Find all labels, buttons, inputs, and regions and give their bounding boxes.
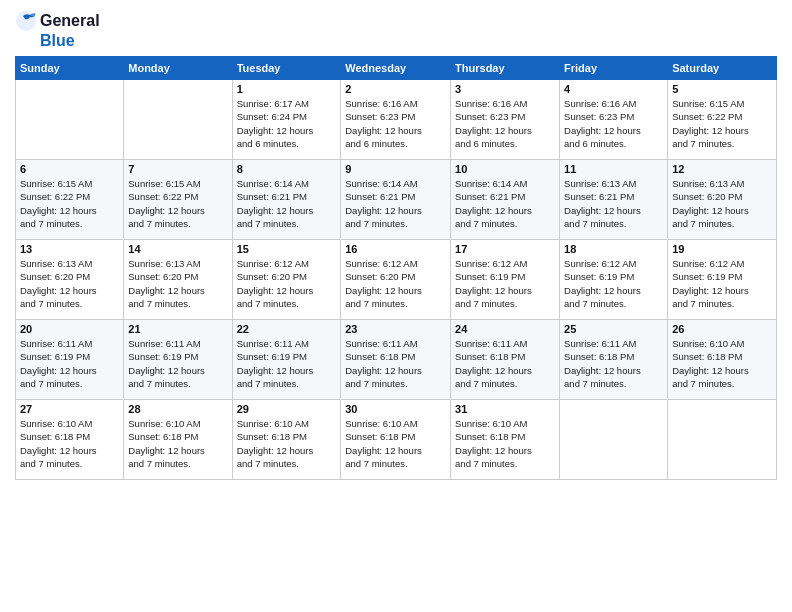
day-info: Sunrise: 6:13 AM Sunset: 6:21 PM Dayligh… [564, 177, 663, 230]
calendar-week-row: 20Sunrise: 6:11 AM Sunset: 6:19 PM Dayli… [16, 320, 777, 400]
calendar-cell [124, 80, 232, 160]
day-info: Sunrise: 6:12 AM Sunset: 6:19 PM Dayligh… [455, 257, 555, 310]
day-info: Sunrise: 6:11 AM Sunset: 6:18 PM Dayligh… [564, 337, 663, 390]
calendar-cell: 2Sunrise: 6:16 AM Sunset: 6:23 PM Daylig… [341, 80, 451, 160]
day-number: 10 [455, 163, 555, 175]
day-number: 28 [128, 403, 227, 415]
calendar-cell: 8Sunrise: 6:14 AM Sunset: 6:21 PM Daylig… [232, 160, 341, 240]
day-number: 25 [564, 323, 663, 335]
header: General Blue [15, 10, 777, 50]
weekday-header: Friday [560, 57, 668, 80]
day-number: 4 [564, 83, 663, 95]
day-info: Sunrise: 6:15 AM Sunset: 6:22 PM Dayligh… [128, 177, 227, 230]
day-number: 23 [345, 323, 446, 335]
calendar-cell: 13Sunrise: 6:13 AM Sunset: 6:20 PM Dayli… [16, 240, 124, 320]
day-info: Sunrise: 6:13 AM Sunset: 6:20 PM Dayligh… [128, 257, 227, 310]
weekday-header: Thursday [451, 57, 560, 80]
calendar-cell: 11Sunrise: 6:13 AM Sunset: 6:21 PM Dayli… [560, 160, 668, 240]
day-info: Sunrise: 6:11 AM Sunset: 6:18 PM Dayligh… [455, 337, 555, 390]
calendar-cell: 16Sunrise: 6:12 AM Sunset: 6:20 PM Dayli… [341, 240, 451, 320]
calendar-week-row: 13Sunrise: 6:13 AM Sunset: 6:20 PM Dayli… [16, 240, 777, 320]
calendar-cell: 15Sunrise: 6:12 AM Sunset: 6:20 PM Dayli… [232, 240, 341, 320]
weekday-header: Wednesday [341, 57, 451, 80]
day-number: 12 [672, 163, 772, 175]
logo-general: General [40, 12, 100, 30]
calendar-cell: 18Sunrise: 6:12 AM Sunset: 6:19 PM Dayli… [560, 240, 668, 320]
day-number: 6 [20, 163, 119, 175]
day-info: Sunrise: 6:10 AM Sunset: 6:18 PM Dayligh… [128, 417, 227, 470]
day-number: 29 [237, 403, 337, 415]
logo-box: General Blue [15, 10, 100, 50]
day-number: 21 [128, 323, 227, 335]
day-number: 31 [455, 403, 555, 415]
weekday-header: Tuesday [232, 57, 341, 80]
calendar-cell: 17Sunrise: 6:12 AM Sunset: 6:19 PM Dayli… [451, 240, 560, 320]
calendar-week-row: 6Sunrise: 6:15 AM Sunset: 6:22 PM Daylig… [16, 160, 777, 240]
calendar-header-row: SundayMondayTuesdayWednesdayThursdayFrid… [16, 57, 777, 80]
day-info: Sunrise: 6:10 AM Sunset: 6:18 PM Dayligh… [672, 337, 772, 390]
day-number: 13 [20, 243, 119, 255]
day-info: Sunrise: 6:14 AM Sunset: 6:21 PM Dayligh… [455, 177, 555, 230]
calendar-cell: 5Sunrise: 6:15 AM Sunset: 6:22 PM Daylig… [668, 80, 777, 160]
day-number: 26 [672, 323, 772, 335]
day-info: Sunrise: 6:15 AM Sunset: 6:22 PM Dayligh… [672, 97, 772, 150]
calendar-cell: 3Sunrise: 6:16 AM Sunset: 6:23 PM Daylig… [451, 80, 560, 160]
calendar-cell: 19Sunrise: 6:12 AM Sunset: 6:19 PM Dayli… [668, 240, 777, 320]
calendar-week-row: 27Sunrise: 6:10 AM Sunset: 6:18 PM Dayli… [16, 400, 777, 480]
day-info: Sunrise: 6:12 AM Sunset: 6:20 PM Dayligh… [237, 257, 337, 310]
day-number: 17 [455, 243, 555, 255]
day-info: Sunrise: 6:13 AM Sunset: 6:20 PM Dayligh… [672, 177, 772, 230]
day-info: Sunrise: 6:16 AM Sunset: 6:23 PM Dayligh… [564, 97, 663, 150]
day-info: Sunrise: 6:10 AM Sunset: 6:18 PM Dayligh… [237, 417, 337, 470]
calendar-cell: 14Sunrise: 6:13 AM Sunset: 6:20 PM Dayli… [124, 240, 232, 320]
day-number: 20 [20, 323, 119, 335]
weekday-header: Monday [124, 57, 232, 80]
day-number: 22 [237, 323, 337, 335]
logo: General Blue [15, 10, 100, 50]
day-info: Sunrise: 6:11 AM Sunset: 6:19 PM Dayligh… [128, 337, 227, 390]
calendar-cell: 24Sunrise: 6:11 AM Sunset: 6:18 PM Dayli… [451, 320, 560, 400]
calendar-week-row: 1Sunrise: 6:17 AM Sunset: 6:24 PM Daylig… [16, 80, 777, 160]
calendar-cell: 10Sunrise: 6:14 AM Sunset: 6:21 PM Dayli… [451, 160, 560, 240]
day-info: Sunrise: 6:11 AM Sunset: 6:19 PM Dayligh… [20, 337, 119, 390]
day-number: 9 [345, 163, 446, 175]
logo-row1: General [15, 10, 100, 32]
day-number: 5 [672, 83, 772, 95]
day-info: Sunrise: 6:12 AM Sunset: 6:20 PM Dayligh… [345, 257, 446, 310]
day-number: 8 [237, 163, 337, 175]
day-number: 24 [455, 323, 555, 335]
calendar-cell: 7Sunrise: 6:15 AM Sunset: 6:22 PM Daylig… [124, 160, 232, 240]
day-info: Sunrise: 6:11 AM Sunset: 6:18 PM Dayligh… [345, 337, 446, 390]
calendar-cell: 23Sunrise: 6:11 AM Sunset: 6:18 PM Dayli… [341, 320, 451, 400]
day-info: Sunrise: 6:12 AM Sunset: 6:19 PM Dayligh… [672, 257, 772, 310]
day-number: 1 [237, 83, 337, 95]
day-number: 7 [128, 163, 227, 175]
calendar-cell: 26Sunrise: 6:10 AM Sunset: 6:18 PM Dayli… [668, 320, 777, 400]
calendar-cell: 4Sunrise: 6:16 AM Sunset: 6:23 PM Daylig… [560, 80, 668, 160]
day-info: Sunrise: 6:10 AM Sunset: 6:18 PM Dayligh… [20, 417, 119, 470]
day-info: Sunrise: 6:16 AM Sunset: 6:23 PM Dayligh… [455, 97, 555, 150]
day-number: 2 [345, 83, 446, 95]
day-number: 27 [20, 403, 119, 415]
day-number: 16 [345, 243, 446, 255]
day-info: Sunrise: 6:11 AM Sunset: 6:19 PM Dayligh… [237, 337, 337, 390]
calendar-cell: 31Sunrise: 6:10 AM Sunset: 6:18 PM Dayli… [451, 400, 560, 480]
day-number: 11 [564, 163, 663, 175]
calendar-cell: 22Sunrise: 6:11 AM Sunset: 6:19 PM Dayli… [232, 320, 341, 400]
calendar-cell: 27Sunrise: 6:10 AM Sunset: 6:18 PM Dayli… [16, 400, 124, 480]
day-info: Sunrise: 6:12 AM Sunset: 6:19 PM Dayligh… [564, 257, 663, 310]
day-number: 30 [345, 403, 446, 415]
day-info: Sunrise: 6:14 AM Sunset: 6:21 PM Dayligh… [237, 177, 337, 230]
day-info: Sunrise: 6:17 AM Sunset: 6:24 PM Dayligh… [237, 97, 337, 150]
day-number: 19 [672, 243, 772, 255]
calendar-cell: 28Sunrise: 6:10 AM Sunset: 6:18 PM Dayli… [124, 400, 232, 480]
logo-blue: Blue [40, 32, 75, 50]
calendar-cell: 20Sunrise: 6:11 AM Sunset: 6:19 PM Dayli… [16, 320, 124, 400]
day-number: 15 [237, 243, 337, 255]
calendar-cell: 1Sunrise: 6:17 AM Sunset: 6:24 PM Daylig… [232, 80, 341, 160]
day-number: 18 [564, 243, 663, 255]
day-info: Sunrise: 6:10 AM Sunset: 6:18 PM Dayligh… [345, 417, 446, 470]
calendar-cell [560, 400, 668, 480]
calendar-cell: 9Sunrise: 6:14 AM Sunset: 6:21 PM Daylig… [341, 160, 451, 240]
day-info: Sunrise: 6:15 AM Sunset: 6:22 PM Dayligh… [20, 177, 119, 230]
